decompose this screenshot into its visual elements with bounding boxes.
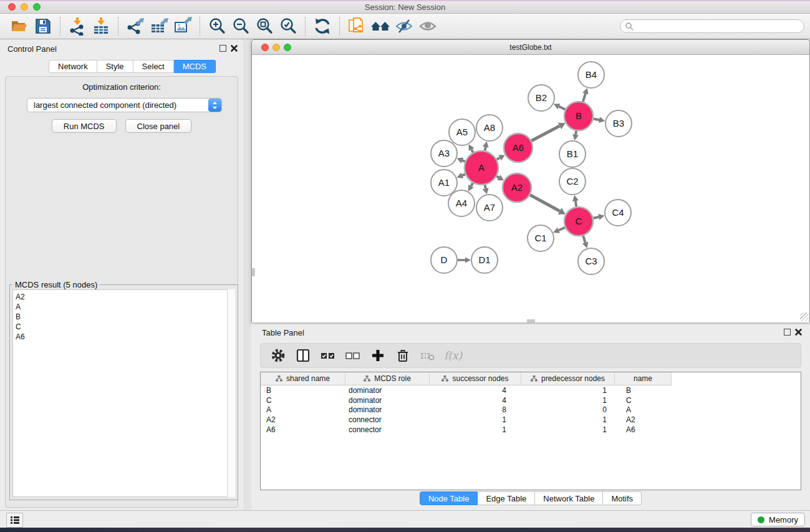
function-builder-icon[interactable]: f(x)	[444, 349, 462, 362]
table-cell[interactable]: 0	[521, 405, 615, 414]
node-table[interactable]: shared nameMCDS rolesuccessor nodesprede…	[260, 372, 801, 490]
edge-B-B3[interactable]	[594, 118, 599, 120]
edge-A-A2[interactable]	[496, 177, 498, 178]
table-cell[interactable]: 1	[430, 415, 521, 424]
table-cell[interactable]: dominator	[345, 386, 430, 395]
table-cell[interactable]: C	[615, 396, 672, 405]
tab-select[interactable]: Select	[133, 60, 174, 73]
unselect-all-checks-icon[interactable]	[344, 347, 362, 364]
refresh-layout-icon[interactable]	[311, 16, 334, 37]
search-input[interactable]	[634, 21, 804, 32]
export-network-icon[interactable]	[123, 16, 147, 37]
mcds-result-list[interactable]: A2ABCA6	[12, 289, 235, 497]
result-item[interactable]: B	[16, 312, 234, 322]
tab-edge-table[interactable]: Edge Table	[478, 491, 535, 505]
import-network-icon[interactable]	[65, 16, 89, 37]
tab-network-table[interactable]: Network Table	[535, 491, 603, 505]
save-session-icon[interactable]	[31, 16, 55, 37]
edge-A-A7[interactable]	[485, 185, 486, 188]
table-row[interactable]: Bdominator41B	[261, 385, 801, 395]
table-float-icon[interactable]	[784, 329, 791, 336]
edge-C-C3[interactable]	[583, 236, 585, 243]
table-cell[interactable]: A6	[615, 425, 672, 434]
edge-A-A4[interactable]	[471, 183, 473, 186]
export-table-icon[interactable]	[147, 16, 171, 37]
table-row[interactable]: Cdominator41C	[261, 395, 801, 405]
task-history-icon[interactable]	[6, 513, 23, 528]
column-header-name[interactable]: name	[615, 372, 672, 385]
table-cell[interactable]: 1	[430, 425, 521, 434]
table-cell[interactable]: A6	[261, 425, 345, 434]
result-scrollbar[interactable]	[227, 289, 235, 497]
import-table-icon[interactable]	[89, 16, 113, 37]
network-graph[interactable]: B4B2BB3A8A5A6A3B1AA1C2A2A4A7C4CC1DD1C3	[252, 55, 809, 322]
table-cell[interactable]: 8	[430, 405, 521, 414]
table-cell[interactable]: 4	[430, 386, 521, 395]
table-cell[interactable]: 1	[521, 415, 615, 424]
edge-B-B4[interactable]	[583, 94, 586, 102]
resize-grip[interactable]	[800, 312, 809, 321]
column-header-predecessor-nodes[interactable]: predecessor nodes	[521, 372, 615, 385]
table-cell[interactable]: dominator	[345, 396, 430, 405]
edge-C-C1[interactable]	[559, 228, 565, 231]
zoom-out-icon[interactable]	[229, 16, 253, 37]
memory-button[interactable]: Memory	[751, 513, 805, 526]
table-row[interactable]: A2connector11A2	[261, 415, 801, 425]
column-header-shared-name[interactable]: shared name	[261, 372, 345, 385]
home-icon[interactable]	[369, 16, 392, 37]
edge-A-A3[interactable]	[462, 160, 465, 162]
zoom-selected-icon[interactable]	[276, 16, 300, 37]
table-close-icon[interactable]	[794, 328, 803, 336]
tab-motifs[interactable]: Motifs	[603, 491, 642, 505]
delete-column-icon[interactable]	[394, 347, 412, 364]
table-cell[interactable]: 1	[521, 396, 615, 405]
open-folder-icon[interactable]	[7, 16, 31, 37]
zoom-in-icon[interactable]	[205, 16, 229, 37]
export-image-icon[interactable]	[171, 16, 195, 37]
tab-mcds[interactable]: MCDS	[174, 60, 216, 73]
gear-icon[interactable]	[269, 347, 287, 364]
result-item[interactable]: A6	[16, 332, 234, 342]
table-cell[interactable]: 1	[521, 386, 615, 395]
hide-details-icon[interactable]	[392, 16, 416, 37]
tab-node-table[interactable]: Node Table	[420, 491, 478, 505]
column-header-successor-nodes[interactable]: successor nodes	[430, 372, 521, 385]
edge-A-A8[interactable]	[485, 147, 486, 151]
add-column-icon[interactable]	[369, 347, 387, 364]
table-cell[interactable]: B	[615, 386, 672, 395]
tab-network[interactable]: Network	[49, 60, 97, 73]
edge-B-B2[interactable]	[559, 107, 565, 110]
edge-A-A5[interactable]	[471, 150, 473, 153]
column-header-MCDS-role[interactable]: MCDS role	[345, 372, 430, 385]
optimization-criterion-select[interactable]: largest connected component (directed)	[27, 98, 222, 112]
table-row[interactable]: A6connector11A6	[261, 425, 801, 435]
edge-A-A6[interactable]	[497, 158, 500, 160]
network-canvas[interactable]: B4B2BB3A8A5A6A3B1AA1C2A2A4A7C4CC1DD1C3	[252, 55, 809, 322]
edge-A-A1[interactable]	[462, 174, 465, 175]
table-cell[interactable]: A2	[615, 415, 672, 424]
table-cell[interactable]: A2	[261, 415, 345, 424]
table-cell[interactable]: C	[261, 396, 345, 405]
network-from-file-icon[interactable]	[345, 16, 369, 37]
float-panel-icon[interactable]	[219, 45, 226, 52]
table-row[interactable]: Adominator80A	[261, 405, 801, 415]
table-cell[interactable]: A	[261, 405, 345, 414]
table-cell[interactable]: A	[615, 405, 672, 414]
close-panel-icon[interactable]	[230, 44, 238, 52]
table-cell[interactable]: dominator	[345, 405, 430, 414]
edge-C-C2[interactable]	[576, 201, 576, 206]
edge-C-C4[interactable]	[593, 217, 599, 218]
edge-B-B1[interactable]	[576, 131, 576, 135]
split-columns-icon[interactable]	[294, 347, 312, 364]
result-item[interactable]: A2	[16, 292, 234, 302]
table-cell[interactable]: 4	[430, 396, 521, 405]
tab-style[interactable]: Style	[97, 60, 133, 73]
result-item[interactable]: A	[16, 302, 234, 312]
select-all-checks-icon[interactable]	[319, 347, 337, 364]
zoom-fit-icon[interactable]	[253, 16, 276, 37]
panel-divider[interactable]	[243, 39, 251, 510]
edge-A6-B[interactable]	[531, 126, 559, 141]
delete-table-icon[interactable]	[419, 347, 436, 364]
table-cell[interactable]: connector	[345, 425, 430, 434]
close-panel-button[interactable]: Close panel	[125, 119, 192, 133]
